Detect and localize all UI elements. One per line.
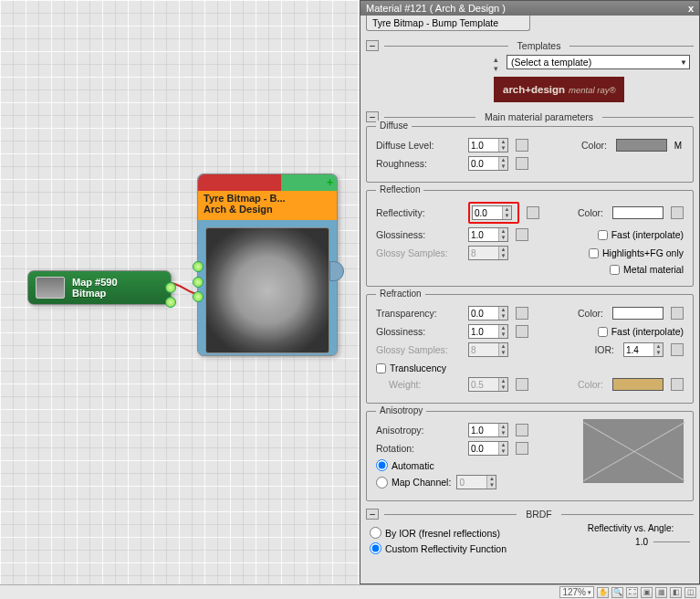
collapse-icon[interactable]: – — [366, 509, 379, 520]
diffuse-color-swatch[interactable] — [616, 139, 667, 152]
material-tab[interactable]: Tyre Bitmap - Bump Template — [366, 16, 530, 31]
layout-icon[interactable]: ▦ — [655, 587, 667, 598]
material-properties-panel: Material #121 ( Arch & Design ) x Tyre B… — [360, 0, 700, 584]
map-indicator[interactable]: M — [673, 141, 684, 151]
map-button[interactable] — [516, 307, 528, 320]
glossy-samples-spinner: ▲▼ — [468, 246, 508, 260]
glossiness-label: Glossiness: — [376, 229, 463, 240]
rotation-spinner[interactable]: ▲▼ — [468, 441, 508, 456]
node-title: Map #590 — [72, 277, 118, 288]
map-button[interactable] — [516, 442, 528, 455]
refr-glossiness-spinner[interactable]: ▲▼ — [468, 324, 508, 339]
diffuse-level-label: Diffuse Level: — [376, 140, 463, 151]
tool-icon[interactable]: ◧ — [670, 587, 682, 598]
node-bitmap[interactable]: Map #590 Bitmap — [27, 270, 172, 305]
template-select[interactable]: (Select a template) — [507, 55, 690, 69]
panel-title: Material #121 ( Arch & Design ) — [366, 3, 506, 14]
ior-spinner[interactable]: ▲▼ — [623, 342, 663, 357]
diffuse-level-spinner[interactable]: ▲▼ — [468, 138, 508, 152]
close-icon[interactable]: x — [688, 3, 694, 14]
expand-icon[interactable]: + — [327, 176, 333, 189]
map-button[interactable] — [516, 157, 528, 170]
reflectivity-spinner[interactable]: ▲▼ — [472, 205, 512, 220]
transl-color-swatch — [612, 378, 663, 391]
collapse-icon[interactable]: – — [366, 40, 379, 51]
map-channel-spinner: ▲▼ — [456, 475, 496, 489]
output-port[interactable] — [165, 282, 176, 293]
transl-weight-spinner: ▲▼ — [468, 377, 508, 392]
reflection-color-swatch[interactable] — [612, 206, 663, 219]
map-button[interactable] — [516, 228, 528, 241]
glossy-samples-label: Glossy Samples: — [376, 247, 463, 258]
bitmap-thumbnail — [36, 277, 65, 299]
node-title: Tyre Bitmap - B... — [204, 193, 331, 204]
transparency-spinner[interactable]: ▲▼ — [468, 306, 508, 321]
map-button[interactable] — [671, 343, 684, 356]
refraction-color-swatch[interactable] — [612, 307, 663, 320]
custom-reflectivity-radio[interactable]: Custom Reflectivity Function — [370, 542, 507, 554]
node-editor-canvas[interactable]: Map #590 Bitmap + Tyre Bitmap - B... Arc… — [0, 0, 360, 599]
refraction-group: Refraction Transparency: ▲▼ Color: Gloss… — [366, 294, 694, 404]
reflectivity-label: Reflectivity: — [376, 207, 463, 218]
zoom-icon[interactable]: 🔍 — [611, 587, 623, 598]
metal-material-checkbox[interactable]: Metal material — [610, 264, 684, 275]
input-port[interactable] — [193, 291, 204, 302]
roughness-spinner[interactable]: ▲▼ — [468, 156, 508, 171]
fast-interpolate-checkbox[interactable]: Fast (interpolate) — [598, 229, 684, 240]
reflection-group: Reflection Reflectivity: ▲▼ Color: Gloss… — [366, 190, 694, 287]
zoom-extents-icon[interactable]: ▣ — [641, 587, 653, 598]
section-title: Templates — [514, 40, 565, 51]
output-port[interactable] — [165, 297, 176, 308]
by-ior-radio[interactable]: By IOR (fresnel reflections) — [370, 527, 500, 539]
map-button[interactable] — [516, 378, 528, 391]
zoom-indicator[interactable]: 127%▾ — [559, 586, 594, 598]
refr-samples-spinner: ▲▼ — [468, 342, 508, 357]
anisotropy-spinner[interactable]: ▲▼ — [468, 423, 508, 437]
material-preview — [205, 227, 329, 353]
translucency-checkbox[interactable]: Translucency — [376, 363, 446, 373]
anisotropy-group: Anisotropy Anisotropy: ▲▼ Rotation: ▲▼ A… — [366, 411, 694, 501]
node-subtitle: Bitmap — [72, 288, 118, 299]
output-port[interactable] — [329, 261, 344, 281]
highlights-fg-checkbox[interactable]: Highlights+FG only — [589, 247, 684, 258]
anisotropy-preview — [583, 419, 684, 483]
highlight-box: ▲▼ — [468, 202, 519, 224]
tool-icon[interactable]: ◫ — [684, 587, 696, 598]
brand-badge: arch+designmental ray® — [494, 77, 624, 102]
map-button[interactable] — [527, 206, 539, 219]
roughness-label: Roughness: — [376, 158, 463, 169]
map-button[interactable] — [671, 378, 684, 391]
map-button[interactable] — [671, 307, 684, 320]
section-title: BRDF — [522, 509, 556, 520]
input-port[interactable] — [193, 277, 204, 288]
panel-title-bar[interactable]: Material #121 ( Arch & Design ) x — [360, 1, 699, 16]
refr-fast-checkbox[interactable]: Fast (interpolate) — [598, 326, 684, 337]
zoom-region-icon[interactable]: ⛶ — [626, 587, 638, 598]
map-button[interactable] — [516, 139, 528, 152]
status-bar: 127%▾ ✋ 🔍 ⛶ ▣ ▦ ◧ ◫ — [0, 584, 700, 599]
automatic-radio[interactable]: Automatic — [376, 459, 434, 471]
map-button[interactable] — [516, 424, 528, 436]
glossiness-spinner[interactable]: ▲▼ — [468, 227, 508, 242]
map-button[interactable] — [516, 325, 528, 338]
node-material[interactable]: + Tyre Bitmap - B... Arch & Design — [197, 173, 338, 356]
section-title: Main material parameters — [481, 111, 597, 122]
input-port[interactable] — [193, 261, 204, 272]
pan-icon[interactable]: ✋ — [597, 587, 609, 598]
node-subtitle: Arch & Design — [204, 204, 331, 215]
map-channel-radio[interactable]: Map Channel: — [376, 477, 451, 489]
map-button[interactable] — [671, 206, 684, 219]
diffuse-group: Diffuse Diffuse Level: ▲▼ Color: M Rough… — [366, 126, 694, 183]
